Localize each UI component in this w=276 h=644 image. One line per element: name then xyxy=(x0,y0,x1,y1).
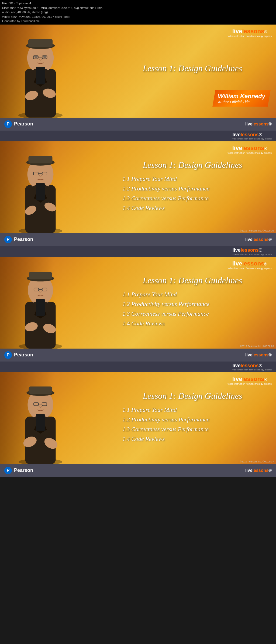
panel-2-topic-3: 1.3 Correctness versus Performance xyxy=(117,195,268,202)
panel-4-timestamp: ©2019 Pearson, Inc. ©00:00:37 xyxy=(240,460,274,463)
panel-4-footer-logo: livelessons® xyxy=(245,468,272,473)
live-word: live xyxy=(232,28,242,35)
panel-4-logo-top: livelessons® video instruction from tech… xyxy=(227,376,272,385)
panel-3-topic-2: 1.2 Productivity versus Performance xyxy=(117,301,268,308)
author-title: Author Official Title xyxy=(218,100,265,104)
file-video: video: h264, yuv420p, 1280x720, 29.97 fp… xyxy=(2,15,274,19)
logo-text: livelessons® xyxy=(227,28,272,35)
panel-1-video: livelessons® video instruction from tech… xyxy=(0,25,276,118)
panel-2-pearson-text: Pearson xyxy=(14,237,33,242)
panel-2-timestamp: ©2019 Pearson, Inc. ©00:00:10 xyxy=(240,229,274,232)
panel-4: livelessons® video instruction from tech… xyxy=(0,362,276,477)
panel-2-topic-2: 1.2 Productivity versus Performance xyxy=(117,185,268,192)
panel-1: livelessons® video instruction from tech… xyxy=(0,25,276,131)
file-generated: Generated by Thumbnail me xyxy=(2,19,274,23)
panel-3-top-bar: livelessons® video instruction from tech… xyxy=(0,246,276,257)
svg-rect-18 xyxy=(36,183,45,200)
svg-point-9 xyxy=(43,56,47,58)
small-logo: livelessons® video instruction from tech… xyxy=(233,132,272,140)
panel-1-footer: P Pearson livelessons® xyxy=(0,118,276,131)
svg-rect-29 xyxy=(36,299,45,316)
small-logo-subtitle: video instruction from technology expert… xyxy=(233,138,272,140)
panel-2: livelessons® video instruction from tech… xyxy=(0,131,276,246)
file-size: Size: 40487433 bytes (38.61 MiB), durati… xyxy=(2,6,274,10)
lesson-title-1: Lesson 1: Design Guidelines xyxy=(117,63,268,73)
panel-4-footer: P Pearson livelessons® xyxy=(0,464,276,477)
footer-livelessons-logo: livelessons® xyxy=(245,122,272,127)
panel-2-topic-4: 1.4 Code Reviews xyxy=(117,205,268,212)
panel-4-pearson-text: Pearson xyxy=(14,468,33,473)
small-live-word: live xyxy=(233,132,241,137)
small-lessons-word: lessons xyxy=(241,132,259,137)
panel-4-topic-3: 1.3 Correctness versus Performance xyxy=(117,426,268,433)
panel-3-bg: livelessons® video instruction from tech… xyxy=(0,257,276,349)
panel-4-topic-2: 1.2 Productivity versus Performance xyxy=(117,416,268,423)
panel-3-presenter xyxy=(5,261,75,349)
panel-4-pearson-logo: P Pearson xyxy=(4,467,33,474)
author-name: William Kennedy xyxy=(218,93,265,100)
svg-rect-4 xyxy=(28,39,53,47)
panel-2-footer: P Pearson livelessons® xyxy=(0,233,276,246)
panel-2-presenter xyxy=(5,146,75,233)
panel-3-video: livelessons® video instruction from tech… xyxy=(0,257,276,349)
panel-3-small-logo: livelessons® video instruction from tech… xyxy=(233,247,272,255)
panel-3-topic-4: 1.4 Code Reviews xyxy=(117,320,268,327)
author-banner: William Kennedy Author Official Title xyxy=(212,90,271,107)
panel-2-bg: livelessons® video instruction from tech… xyxy=(0,141,276,233)
panel-2-pearson-icon: P xyxy=(4,236,12,243)
panel-4-bg: livelessons® video instruction from tech… xyxy=(0,372,276,464)
svg-rect-5 xyxy=(36,67,45,84)
panel-3-footer-logo: livelessons® xyxy=(245,353,272,357)
panel-2-topic-1: 1.1 Prepare Your Mind xyxy=(117,175,268,182)
registered-mark: ® xyxy=(264,30,267,34)
panel-2-content: Lesson 1: Design Guidelines 1.1 Prepare … xyxy=(109,155,276,220)
panel-3-pearson-icon: P xyxy=(4,351,12,359)
file-name: File: 001 - Topics.mp4 xyxy=(2,1,274,6)
panel-3-topic-1: 1.1 Prepare Your Mind xyxy=(117,291,268,298)
panel-2-logo-top: livelessons® video instruction from tech… xyxy=(227,145,272,154)
file-audio: audio: aac, 48000 Hz, stereo (eng) xyxy=(2,10,274,15)
panel-3-pearson-logo: P Pearson xyxy=(4,351,33,359)
panel-3-logo-top: livelessons® video instruction from tech… xyxy=(227,260,272,270)
panel-3-pearson-text: Pearson xyxy=(14,352,33,358)
panel-4-video: livelessons® video instruction from tech… xyxy=(0,372,276,464)
panel-3: livelessons® video instruction from tech… xyxy=(0,246,276,362)
footer-live-word: live xyxy=(245,122,253,126)
livelessons-logo-top: livelessons® video instruction from tech… xyxy=(227,28,272,38)
panel-2-footer-logo: livelessons® xyxy=(245,237,272,242)
panel-2-pearson-logo: P Pearson xyxy=(4,236,33,243)
panel-2-video: livelessons® video instruction from tech… xyxy=(0,141,276,233)
svg-rect-40 xyxy=(36,414,45,431)
footer-lessons-word: lessons xyxy=(253,122,269,126)
pearson-logo: P Pearson xyxy=(4,120,33,128)
pearson-text: Pearson xyxy=(14,121,33,127)
panel-4-small-logo: livelessons® video instruction from tech… xyxy=(233,363,272,371)
presenter-figure xyxy=(5,29,75,118)
panel-4-content: Lesson 1: Design Guidelines 1.1 Prepare … xyxy=(109,386,276,451)
svg-rect-28 xyxy=(29,272,52,279)
panel-3-footer: P Pearson livelessons® xyxy=(0,349,276,362)
panel-2-top-bar: livelessons® video instruction from tech… xyxy=(0,131,276,141)
panel-3-timestamp: ©2019 Pearson, Inc. ©00:00:20 xyxy=(240,345,274,347)
lessons-word: lessons xyxy=(242,28,264,35)
logo-subtitle: video instruction from technology expert… xyxy=(227,35,272,38)
panel-4-top-bar: livelessons® video instruction from tech… xyxy=(0,362,276,372)
svg-rect-39 xyxy=(29,386,52,394)
svg-point-8 xyxy=(34,56,38,58)
panel-4-topic-4: 1.4 Code Reviews xyxy=(117,435,268,442)
pearson-circle-icon: P xyxy=(4,120,12,128)
panel-1-content: Lesson 1: Design Guidelines xyxy=(109,58,276,84)
file-info-bar: File: 001 - Topics.mp4 Size: 40487433 by… xyxy=(0,0,276,25)
panel-2-lesson-title: Lesson 1: Design Guidelines xyxy=(117,160,268,170)
panel-3-content: Lesson 1: Design Guidelines 1.1 Prepare … xyxy=(109,270,276,335)
svg-rect-17 xyxy=(29,156,53,163)
panel-4-lesson-title: Lesson 1: Design Guidelines xyxy=(117,391,268,401)
panel-3-topic-3: 1.3 Correctness versus Performance xyxy=(117,310,268,317)
panel-1-bg: livelessons® video instruction from tech… xyxy=(0,25,276,118)
panel-4-topic-1: 1.1 Prepare Your Mind xyxy=(117,406,268,413)
panel-4-pearson-icon: P xyxy=(4,467,12,474)
panel-4-presenter xyxy=(5,377,75,464)
panel-3-lesson-title: Lesson 1: Design Guidelines xyxy=(117,275,268,285)
